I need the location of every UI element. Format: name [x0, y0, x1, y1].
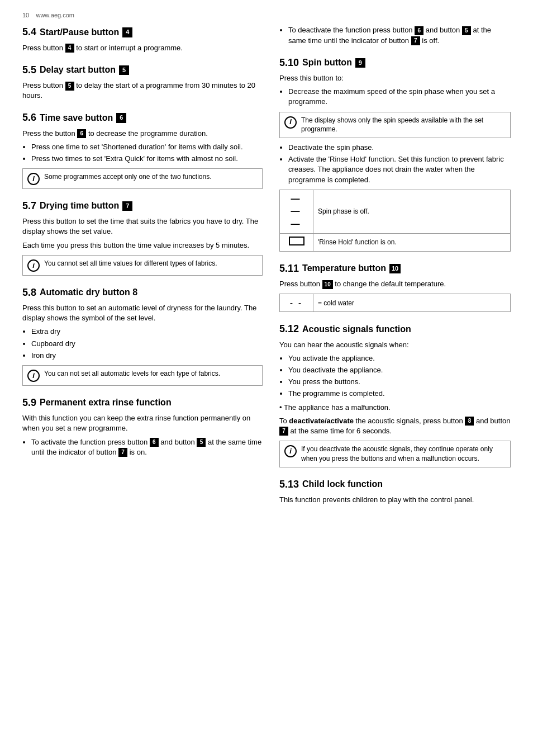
section-512-list: You activate the appliance. You deactiva… [288, 353, 511, 399]
section-56-info: i Some programmes accept only one of the… [22, 168, 263, 189]
info-text: You cannot set all time values for diffe… [44, 259, 217, 268]
list-item: Deactivate the spin phase. [288, 143, 511, 153]
rinse-hold-symbol [280, 234, 313, 252]
spin-off-text: Spin phase is off. [313, 190, 511, 233]
list-item: To deactivate the function press button … [288, 25, 511, 45]
list-item: You activate the appliance. [288, 353, 511, 363]
info-icon: i [27, 370, 40, 382]
section-511: 5.11 Temperature button 10 Press button … [279, 262, 511, 312]
section-54: 5.4 Start/Pause button 4 Press button 4 … [22, 25, 263, 53]
inline-badge-5: 5 [65, 82, 74, 91]
info-text: The display shows only the spin speeds a… [301, 116, 506, 135]
section-510: 5.10 Spin button 9 Press this button to:… [279, 56, 511, 252]
section-57: 5.7 Drying time button 7 Press this butt… [22, 199, 263, 276]
list-item: You deactivate the appliance. [288, 365, 511, 375]
section-54-body: Press button 4 to start or interrupt a p… [22, 43, 263, 53]
section-510-body: Press this button to: [279, 73, 511, 83]
temp-table: - - = cold water [279, 294, 511, 312]
table-row: - - = cold water [280, 294, 511, 312]
section-59: 5.9 Permanent extra rinse function With … [22, 396, 263, 457]
badge-7: 7 [122, 201, 132, 211]
section-56-list: Press one time to set 'Shortened duratio… [31, 142, 263, 164]
rinse-hold-icon [289, 237, 304, 245]
badge-9: 9 [355, 58, 365, 68]
section-57-title: 5.7 Drying time button 7 [22, 199, 263, 213]
list-item: Extra dry [31, 327, 263, 337]
section-58-info: i You can not set all automatic levels f… [22, 365, 263, 386]
section-512-info: i If you deactivate the acoustic signals… [279, 441, 511, 467]
section-59-body: With this function you can keep the extr… [22, 413, 263, 433]
page-header: 10 www.aeg.com [22, 11, 511, 20]
inline-badge-8: 8 [465, 417, 474, 426]
section-55: 5.5 Delay start button 5 Press button 5 … [22, 63, 263, 101]
section-58-body: Press this button to set an automatic le… [22, 303, 263, 323]
section-59-right: To deactivate the function press button … [279, 25, 511, 45]
section-512-title: 5.12 Acoustic signals function [279, 322, 511, 336]
info-icon: i [27, 173, 40, 185]
table-row: — — — Spin phase is off. [280, 190, 511, 233]
info-text: You can not set all automatic levels for… [44, 369, 220, 379]
list-item: Press one time to set 'Shortened duratio… [31, 142, 263, 152]
section-511-body: Press button 10 to change the default te… [279, 279, 511, 289]
info-icon: i [284, 445, 297, 457]
section-512: 5.12 Acoustic signals function You can h… [279, 322, 511, 467]
section-513: 5.13 Child lock function This function p… [279, 478, 511, 505]
section-56-body: Press the button 6 to decrease the progr… [22, 129, 263, 139]
section-55-body: Press button 5 to delay the start of a p… [22, 81, 263, 101]
section-57-body2: Each time you press this button the time… [22, 240, 263, 251]
info-text: Some programmes accept only one of the t… [44, 172, 212, 182]
info-icon: i [284, 116, 297, 129]
left-column: 5.4 Start/Pause button 4 Press button 4 … [22, 25, 263, 515]
section-59-title: 5.9 Permanent extra rinse function [22, 396, 263, 410]
list-item: Cupboard dry [31, 339, 263, 349]
table-row: 'Rinse Hold' function is on. [280, 234, 511, 252]
section-57-info: i You cannot set all time values for dif… [22, 255, 263, 276]
badge-6: 6 [116, 113, 126, 122]
inline-badge-10: 10 [322, 280, 333, 289]
section-54-title: 5.4 Start/Pause button 4 [22, 25, 263, 39]
section-511-title: 5.11 Temperature button 10 [279, 262, 511, 276]
section-59-list: To activate the function press button 6 … [31, 437, 263, 457]
list-item: You press the buttons. [288, 377, 511, 387]
list-item: To activate the function press button 6 … [31, 437, 263, 457]
section-512-malfunction: • The appliance has a malfunction. [279, 403, 511, 413]
section-55-title: 5.5 Delay start button 5 [22, 63, 263, 77]
section-512-deactivate: To deactivate/activate the acoustic sign… [279, 416, 511, 436]
inline-badge-6a: 6 [77, 129, 86, 138]
inline-badge-5b: 5 [197, 438, 206, 447]
info-icon: i [27, 259, 40, 272]
list-item: Press two times to set 'Extra Quick' for… [31, 154, 263, 164]
section-513-title: 5.13 Child lock function [279, 478, 511, 492]
right-column: To deactivate the function press button … [279, 25, 511, 515]
website: www.aeg.com [36, 12, 74, 18]
inline-badge-6c: 6 [415, 26, 423, 35]
section-512-body: You can hear the acoustic signals when: [279, 340, 511, 350]
section-510-list: Decrease the maximum speed of the spin p… [288, 87, 511, 107]
list-item: Activate the 'Rinse Hold' function. Set … [288, 154, 511, 185]
section-56-title: 5.6 Time save button 6 [22, 111, 263, 125]
list-item: Decrease the maximum speed of the spin p… [288, 87, 511, 107]
page-number: 10 [22, 12, 29, 18]
section-510-title: 5.10 Spin button 9 [279, 56, 511, 70]
list-item: Iron dry [31, 351, 263, 361]
info-text: If you deactivate the acoustic signals, … [301, 445, 506, 464]
cold-water-text: = cold water [313, 294, 511, 312]
badge-10: 10 [389, 264, 401, 273]
section-58-list: Extra dry Cupboard dry Iron dry [31, 327, 263, 361]
section-513-body: This function prevents children to play … [279, 495, 511, 505]
section-57-body1: Press this button to set the time that s… [22, 216, 263, 237]
spin-off-symbol: — — — [280, 190, 313, 233]
badge-4: 4 [122, 27, 132, 37]
section-58-title: 5.8 Automatic dry button 8 [22, 286, 263, 300]
inline-badge-4: 4 [65, 44, 74, 53]
badge-5: 5 [119, 65, 129, 75]
inline-badge-7a: 7 [118, 448, 127, 457]
section-59-right-list: To deactivate the function press button … [288, 25, 511, 45]
section-56: 5.6 Time save button 6 Press the button … [22, 111, 263, 189]
list-item: The programme is completed. [288, 389, 511, 399]
inline-badge-7c: 7 [279, 427, 288, 436]
inline-badge-5c: 5 [462, 26, 471, 35]
cold-water-symbol: - - [280, 294, 313, 312]
spin-table: — — — Spin phase is off. 'Rinse Hold' fu… [279, 190, 511, 252]
inline-badge-7b: 7 [411, 36, 420, 45]
